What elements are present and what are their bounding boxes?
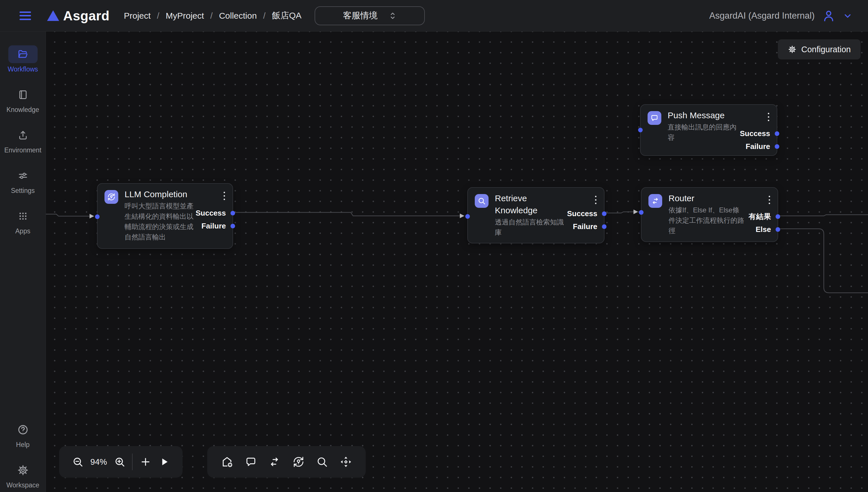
search-icon[interactable]: [316, 456, 328, 468]
configuration-button[interactable]: Configuration: [778, 39, 861, 59]
breadcrumb-collection[interactable]: Collection: [219, 11, 257, 21]
node-title: Router: [669, 192, 746, 204]
output-port-success[interactable]: [230, 211, 235, 215]
sidebar-item-settings[interactable]: Settings: [0, 167, 46, 195]
menu-icon[interactable]: [20, 11, 31, 20]
node-title: Retrieve Knowledge: [495, 192, 566, 217]
node-title: Push Message: [668, 109, 739, 121]
input-port[interactable]: [638, 128, 643, 132]
sidebar-item-label: Apps: [15, 227, 30, 235]
zoom-out-icon[interactable]: [72, 456, 84, 468]
edge-router-else-out: [778, 229, 868, 293]
toolbar-divider: [132, 453, 132, 470]
llm-sync-bulb-icon: [104, 190, 118, 204]
run-play-icon[interactable]: [158, 456, 170, 468]
breadcrumb-separator: /: [210, 11, 213, 21]
help-icon: [8, 421, 38, 439]
node-description: 透過自然語言檢索知識庫: [495, 217, 566, 238]
node-retrieve-knowledge[interactable]: Retrieve Knowledge 透過自然語言檢索知識庫 Success F…: [467, 187, 604, 243]
output-label: Success: [567, 209, 597, 218]
select-updown-icon: [389, 11, 396, 20]
sidebar-item-label: Workspace: [6, 482, 39, 489]
output-row-success: Success: [196, 209, 235, 218]
sidebar-item-apps[interactable]: Apps: [0, 207, 46, 235]
input-port[interactable]: [95, 215, 100, 219]
sidebar-item-label: Workflows: [8, 66, 38, 73]
logo-triangle-icon: [47, 10, 59, 21]
node-push-message[interactable]: Push Message 直接輸出訊息的回應內容 Success Failure: [640, 104, 777, 156]
edge-arrowhead: [634, 210, 638, 214]
node-menu-button[interactable]: [594, 195, 598, 205]
sidebar-item-knowledge[interactable]: Knowledge: [0, 86, 46, 114]
book-icon: [8, 86, 38, 104]
sidebar-item-workflows[interactable]: Workflows: [0, 45, 46, 73]
breadcrumb-myproject[interactable]: MyProject: [166, 11, 204, 21]
search-icon: [475, 194, 489, 208]
node-menu-button[interactable]: [222, 191, 226, 201]
brand-title: Asgard: [63, 8, 109, 24]
sidebar-item-label: Help: [16, 441, 30, 449]
sidebar-item-label: Environment: [4, 146, 41, 154]
zoom-toolbar: 94%: [59, 446, 182, 478]
output-label: Success: [196, 209, 226, 218]
node-router[interactable]: Router 依據If、Else If、Else條件決定工作流程執行的路徑 有結…: [641, 187, 778, 242]
breadcrumb-project[interactable]: Project: [124, 11, 150, 21]
swap-arrows-icon: [648, 194, 662, 208]
sidebar-item-label: Settings: [11, 187, 35, 195]
input-port[interactable]: [465, 214, 470, 219]
output-port-result[interactable]: [775, 214, 780, 219]
output-port-success[interactable]: [775, 131, 779, 136]
upload-icon: [8, 126, 38, 144]
sidebar-item-environment[interactable]: Environment: [0, 126, 46, 154]
configuration-label: Configuration: [801, 45, 851, 54]
output-port-failure[interactable]: [775, 144, 779, 149]
chat-bubble-icon[interactable]: [245, 456, 257, 468]
sidebar-item-workspace[interactable]: Workspace: [0, 461, 46, 489]
apps-grid-icon: [8, 207, 38, 225]
scenario-select[interactable]: 客服情境: [315, 6, 425, 25]
swap-arrows-icon[interactable]: [268, 455, 281, 468]
move-diamonds-icon[interactable]: [339, 455, 352, 468]
node-body: Push Message 直接輸出訊息的回應內容: [668, 109, 739, 143]
node-llm-completion[interactable]: LLM Completion 呼叫大型語言模型並產生結構化的資料輸出以輔助流程的…: [97, 183, 233, 249]
breadcrumb-workflow[interactable]: 飯店QA: [272, 10, 301, 22]
user-icon[interactable]: [822, 9, 835, 22]
node-body: Retrieve Knowledge 透過自然語言檢索知識庫: [495, 192, 566, 238]
edge-arrowhead: [460, 214, 465, 218]
chat-bubble-icon: [648, 111, 661, 125]
output-label: Failure: [573, 222, 597, 231]
breadcrumb-separator: /: [263, 11, 266, 21]
edge-router-result-out: [778, 215, 868, 216]
workflow-canvas[interactable]: Configuration LLM Completion 呼叫大型語言模型並產生…: [46, 31, 868, 492]
output-port-failure[interactable]: [602, 224, 606, 229]
add-icon[interactable]: [139, 456, 152, 468]
input-port[interactable]: [639, 210, 644, 215]
zoom-level[interactable]: 94%: [91, 457, 107, 467]
output-row-failure: Failure: [201, 222, 235, 230]
output-port-success[interactable]: [602, 211, 606, 216]
output-port-failure[interactable]: [230, 224, 235, 228]
node-body: Router 依據If、Else If、Else條件決定工作流程執行的路徑: [669, 192, 746, 236]
output-port-else[interactable]: [775, 227, 780, 232]
node-menu-button[interactable]: [768, 195, 771, 205]
output-row-failure: Failure: [573, 222, 606, 231]
breadcrumb-separator: /: [157, 11, 159, 21]
output-label: Else: [756, 225, 771, 234]
breadcrumb: Project / MyProject / Collection / 飯店QA: [124, 10, 301, 22]
sidebar-item-help[interactable]: Help: [0, 421, 46, 449]
output-row-success: Success: [740, 129, 779, 138]
scenario-select-value: 客服情境: [343, 10, 377, 22]
gear-icon: [788, 45, 797, 54]
sliders-icon: [8, 167, 38, 184]
add-node-home-icon[interactable]: [220, 455, 234, 468]
output-label: Success: [740, 129, 770, 138]
llm-sync-bulb-icon[interactable]: [292, 455, 305, 468]
chevron-down-icon[interactable]: [843, 11, 852, 21]
zoom-in-icon[interactable]: [114, 456, 126, 468]
node-menu-button[interactable]: [767, 112, 770, 122]
sidebar: Workflows Knowledge Environment Settings…: [0, 31, 46, 492]
node-tools-toolbar: [207, 446, 366, 478]
topbar: Asgard Project / MyProject / Collection …: [0, 0, 868, 31]
output-label: Failure: [746, 142, 770, 151]
edge-start-to-llm: [46, 214, 90, 216]
